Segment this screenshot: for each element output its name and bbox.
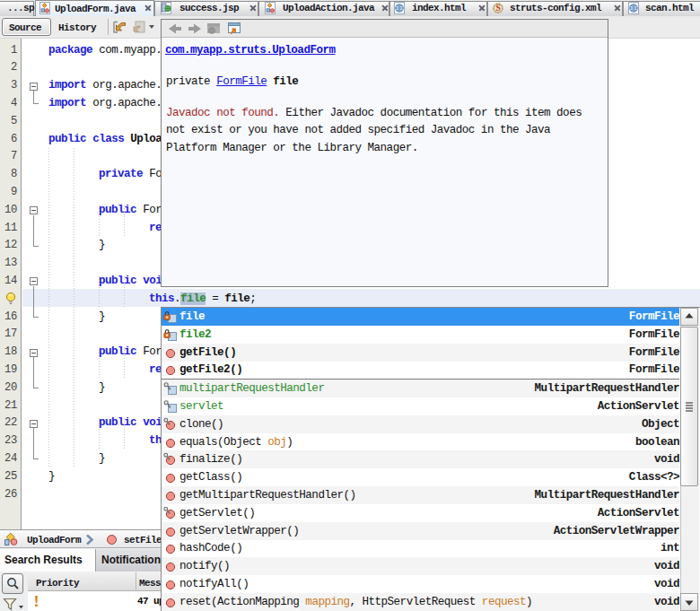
svg-text:S: S bbox=[495, 4, 500, 13]
